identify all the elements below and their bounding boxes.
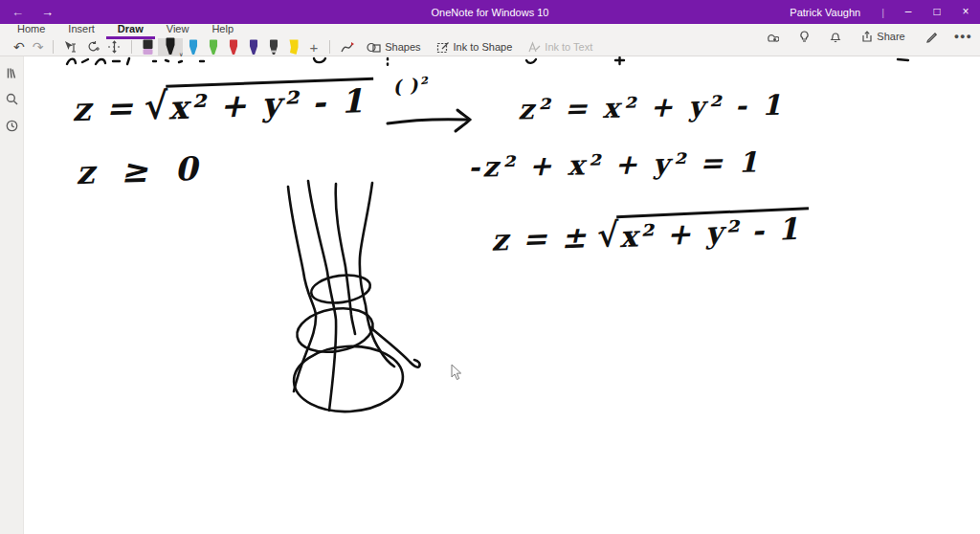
pen-blue[interactable]	[183, 38, 203, 56]
notebooks-icon[interactable]	[4, 64, 20, 80]
eraser-tool[interactable]	[138, 38, 158, 56]
ink-arrow	[385, 106, 485, 139]
select-tool-icon[interactable]	[59, 38, 81, 56]
ink-equation-3: -z² + x² + y² = 1	[468, 145, 761, 183]
ink-to-text-button[interactable]: Ink to Text	[520, 41, 600, 54]
app-body: z =√x² + y² - 1 ( )² z² = x² + y² - 1 z …	[0, 56, 980, 534]
tab-help[interactable]: Help	[200, 22, 245, 39]
lightbulb-icon[interactable]	[795, 28, 813, 45]
account-name[interactable]: Patrick Vaughn	[790, 7, 860, 18]
add-pen-button[interactable]: +	[303, 38, 323, 56]
ink-equation-1: z =√x² + y² - 1	[71, 78, 374, 129]
close-button[interactable]: ×	[951, 0, 980, 24]
insert-space-icon[interactable]	[103, 38, 125, 56]
ribbon-right-actions: Share ●●●	[761, 28, 972, 45]
drawing-canvas[interactable]: z =√x² + y² - 1 ( )² z² = x² + y² - 1 z …	[24, 56, 980, 534]
share-label: Share	[877, 31, 904, 42]
titlebar: ← → OneNote for Windows 10 Patrick Vaugh…	[0, 0, 980, 24]
sync-icon[interactable]	[761, 28, 783, 45]
more-options-icon[interactable]: ●●●	[954, 32, 972, 41]
shapes-label: Shapes	[385, 41, 420, 53]
minimize-button[interactable]: –	[894, 0, 923, 24]
notifications-bell-icon[interactable]	[826, 28, 845, 45]
eq1-lhs: z =	[72, 88, 136, 128]
undo-button[interactable]: ↶	[10, 38, 29, 56]
ink-equation-4: z = ±√x² + y² - 1	[490, 208, 810, 258]
tab-view[interactable]: View	[155, 22, 201, 39]
ink-to-shape-button[interactable]: Ink to Shape	[429, 41, 521, 54]
ink-constraint: z ≥ 0	[75, 149, 205, 192]
ink-replay-icon[interactable]	[336, 38, 359, 56]
navigation-rail	[0, 56, 24, 534]
rotate-icon[interactable]	[81, 38, 103, 56]
clipped-ink-fragments	[57, 56, 938, 67]
search-icon[interactable]	[4, 91, 20, 107]
eq4-radicand: x² + y² - 1	[616, 207, 811, 254]
ink-to-text-label: Ink to Text	[545, 41, 592, 53]
restore-button[interactable]: □	[923, 0, 951, 24]
shapes-button[interactable]: Shapes	[359, 41, 428, 54]
draw-mode-pencil-icon[interactable]	[922, 28, 942, 45]
ink-squaring-note: ( )²	[391, 73, 429, 98]
redo-button[interactable]: ↷	[29, 38, 48, 56]
recent-notes-clock-icon[interactable]	[4, 118, 20, 134]
pen-purple[interactable]	[243, 38, 263, 56]
share-button[interactable]: Share	[858, 28, 908, 45]
ink-surface-sketch	[275, 179, 434, 426]
pen-gray-tip[interactable]	[263, 38, 283, 56]
mouse-cursor	[451, 364, 463, 381]
ink-equation-2: z² = x² + y² - 1	[518, 89, 785, 126]
pen-green[interactable]	[203, 38, 223, 56]
ink-to-shape-label: Ink to Shape	[454, 41, 513, 53]
titlebar-divider: |	[881, 7, 884, 18]
tab-home[interactable]: Home	[6, 22, 56, 39]
eq1-radicand: x² + y² - 1	[166, 78, 375, 127]
tab-insert[interactable]: Insert	[56, 22, 106, 39]
pen-black[interactable]: ∨	[158, 38, 183, 56]
highlighter-yellow[interactable]	[283, 38, 303, 56]
eq4-lhs: z = ±	[491, 219, 589, 257]
ribbon: Home Insert Draw View Help	[0, 24, 980, 56]
pen-red[interactable]	[223, 38, 243, 56]
tab-draw[interactable]: Draw	[106, 22, 155, 39]
